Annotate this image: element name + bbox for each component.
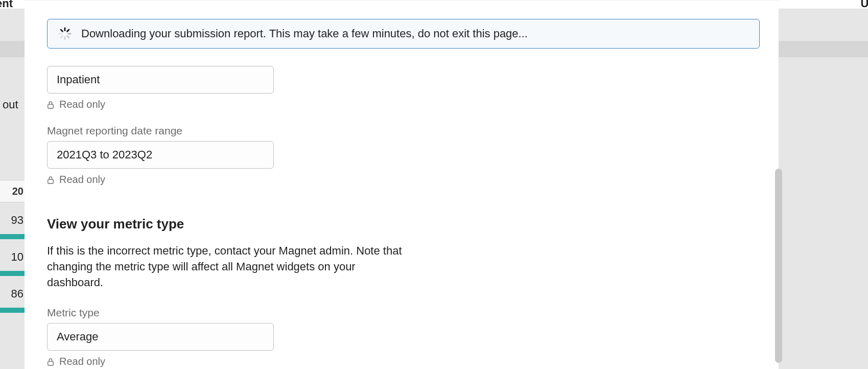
metric-type-description: If this is the incorrect metric type, co… [47,243,405,290]
svg-line-3 [67,36,68,37]
svg-rect-9 [48,179,54,183]
bg-cell: 86 [11,287,24,301]
bg-bar [0,308,25,313]
metric-type-value: Average [57,330,99,343]
patient-type-field: Inpatient Read only [47,66,766,110]
modal-content: Downloading your submission report. This… [47,1,779,369]
table-row: 10 [0,239,25,276]
bg-cell: 93 [11,214,24,227]
svg-line-1 [67,30,68,31]
modal-panel: Downloading your submission report. This… [25,0,779,369]
readonly-indicator: Read only [47,356,766,367]
date-range-label: Magnet reporting date range [47,125,766,137]
download-banner: Downloading your submission report. This… [47,19,760,49]
bg-table: 20 93 10 86 [0,180,25,313]
patient-type-input[interactable]: Inpatient [47,66,274,94]
readonly-label: Read only [59,174,105,186]
table-row: 93 [0,202,25,239]
readonly-label: Read only [59,356,105,367]
lock-icon [47,175,55,184]
metric-type-input[interactable]: Average [47,323,274,351]
readonly-indicator: Read only [47,99,766,110]
lock-icon [47,357,55,366]
bg-header-fragment-right: Ur [861,0,868,10]
bg-table-head: 20 [0,180,25,202]
readonly-indicator: Read only [47,174,766,186]
bg-bar [0,234,25,239]
readonly-label: Read only [59,99,105,110]
bg-header-fragment-left: ient [0,0,13,10]
banner-message: Downloading your submission report. This… [81,27,528,40]
svg-line-7 [61,30,62,31]
bg-side-text: s out [0,98,18,111]
metric-type-heading: View your metric type [47,216,766,232]
table-row: 86 [0,276,25,313]
lock-icon [47,100,55,109]
patient-type-value: Inpatient [57,73,100,86]
date-range-input[interactable]: 2021Q3 to 2023Q2 [47,141,274,169]
bg-cell: 10 [11,250,24,264]
svg-rect-10 [48,361,54,365]
date-range-value: 2021Q3 to 2023Q2 [57,148,152,162]
bg-bar [0,271,25,276]
svg-line-5 [61,36,62,37]
scrollbar-thumb[interactable] [775,169,782,363]
spinner-icon [58,27,72,41]
svg-rect-8 [48,104,54,108]
metric-type-label: Metric type [47,307,766,319]
